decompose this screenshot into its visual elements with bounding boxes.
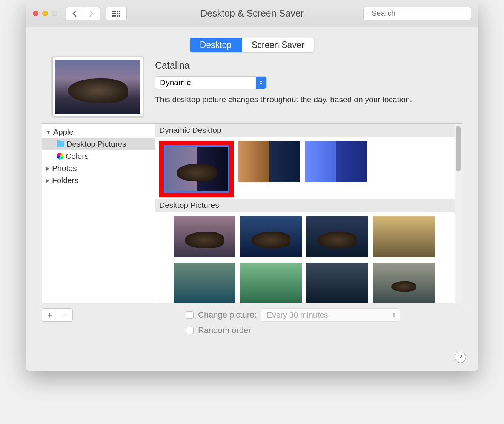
picture-thumb[interactable] (174, 263, 235, 303)
disclosure-triangle-icon[interactable]: ▼ (46, 129, 51, 135)
disclosure-triangle-icon[interactable]: ▶ (46, 166, 50, 171)
minimize-window-button[interactable] (42, 11, 48, 16)
wallpaper-mode-value: Dynamic (160, 78, 191, 87)
tab-bar: Desktop Screen Saver (26, 27, 478, 52)
section-desktop-pictures: Desktop Pictures (155, 199, 462, 212)
dynamic-thumb-catalina[interactable] (159, 141, 234, 197)
wallpaper-gallery[interactable]: Dynamic Desktop Desktop Pictures (155, 124, 462, 303)
nav-buttons (66, 7, 100, 20)
picture-thumb[interactable] (373, 216, 435, 257)
preferences-window: Desktop & Screen Saver Desktop Screen Sa… (26, 0, 478, 371)
change-picture-checkbox[interactable] (186, 311, 194, 319)
tab-screensaver[interactable]: Screen Saver (242, 38, 314, 52)
disclosure-triangle-icon[interactable]: ▶ (46, 178, 50, 183)
dropdown-arrows-icon: ▲▼ (392, 312, 396, 318)
bottom-controls: ＋ － Change picture: Every 30 minutes ▲▼ … (26, 303, 478, 335)
search-icon (367, 10, 369, 17)
sidebar-label-colors: Colors (66, 152, 89, 161)
search-field[interactable] (363, 7, 471, 20)
sidebar-item-folders[interactable]: ▶ Folders (42, 174, 155, 186)
sidebar-item-colors[interactable]: Colors (42, 150, 155, 162)
tab-desktop[interactable]: Desktop (190, 38, 242, 52)
chevron-left-icon (72, 10, 77, 17)
picture-thumb[interactable] (373, 263, 435, 303)
window-title: Desktop & Screen Saver (200, 8, 304, 19)
gallery-scrollbar[interactable] (455, 124, 462, 303)
close-window-button[interactable] (33, 11, 38, 16)
sidebar-label-apple: Apple (53, 128, 74, 137)
picture-thumb[interactable] (306, 263, 368, 303)
scrollbar-thumb[interactable] (456, 126, 461, 171)
change-interval-dropdown: Every 30 minutes ▲▼ (261, 308, 400, 322)
forward-button (83, 7, 100, 20)
grid-icon (112, 11, 120, 17)
dropdown-arrows-icon: ▲▼ (256, 77, 266, 89)
zoom-window-button (52, 11, 57, 16)
remove-folder-button: － (57, 309, 72, 321)
wallpaper-header: Catalina Dynamic ▲▼ This desktop picture… (26, 52, 478, 117)
chevron-right-icon (89, 10, 94, 17)
wallpaper-browser: ▼ Apple Desktop Pictures Colors ▶ Photos… (42, 123, 462, 303)
sidebar-item-photos[interactable]: ▶ Photos (42, 162, 155, 174)
sidebar-item-apple[interactable]: ▼ Apple (42, 126, 155, 138)
current-wallpaper-preview (52, 57, 143, 117)
sidebar-label-desktop-pictures: Desktop Pictures (66, 140, 126, 149)
source-sidebar: ▼ Apple Desktop Pictures Colors ▶ Photos… (42, 124, 155, 303)
dynamic-thumb-mojave[interactable] (238, 141, 300, 182)
svg-point-0 (367, 13, 368, 14)
interval-value: Every 30 minutes (267, 310, 328, 320)
svg-line-1 (368, 14, 369, 14)
color-wheel-icon (57, 153, 63, 160)
sidebar-item-desktop-pictures[interactable]: Desktop Pictures (42, 138, 155, 150)
search-input[interactable] (372, 9, 467, 18)
window-controls (33, 11, 57, 16)
dynamic-thumb-solar[interactable] (305, 141, 367, 182)
sidebar-label-folders: Folders (52, 176, 78, 185)
picture-thumb[interactable] (174, 216, 235, 257)
back-button[interactable] (66, 7, 83, 20)
wallpaper-name: Catalina (155, 60, 412, 71)
random-order-checkbox (186, 327, 194, 334)
show-all-button[interactable] (106, 7, 127, 20)
picture-thumb[interactable] (240, 216, 302, 257)
section-dynamic-desktop: Dynamic Desktop (155, 124, 462, 137)
add-folder-button[interactable]: ＋ (42, 309, 57, 321)
titlebar: Desktop & Screen Saver (26, 0, 478, 27)
help-button[interactable]: ? (455, 352, 466, 363)
picture-thumb[interactable] (306, 216, 368, 257)
picture-thumb[interactable] (240, 263, 302, 303)
wallpaper-description: This desktop picture changes throughout … (155, 95, 412, 104)
random-order-label: Random order (198, 326, 251, 335)
folder-icon (57, 141, 64, 147)
add-remove-buttons: ＋ － (42, 308, 73, 322)
change-picture-label: Change picture: (198, 310, 257, 320)
sidebar-label-photos: Photos (52, 164, 77, 173)
wallpaper-mode-dropdown[interactable]: Dynamic ▲▼ (155, 76, 267, 89)
